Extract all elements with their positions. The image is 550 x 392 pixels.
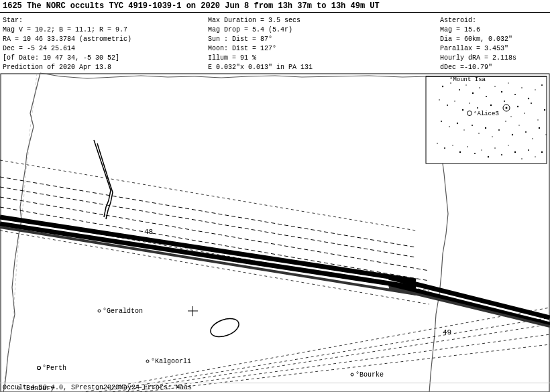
svg-point-58: [531, 103, 532, 104]
moon-dist: Moon: Dist = 127°: [208, 44, 313, 54]
svg-point-33: [465, 84, 466, 85]
svg-point-81: [467, 146, 468, 147]
asteroid-parallax: Parallax = 3.453": [440, 44, 547, 54]
svg-point-75: [539, 127, 540, 129]
svg-point-69: [498, 129, 500, 131]
svg-text:°Kalgoorli: °Kalgoorli: [151, 358, 191, 365]
svg-text:°Mount Isa: °Mount Isa: [449, 76, 486, 83]
svg-point-86: [501, 154, 502, 155]
svg-text:°Perth: °Perth: [42, 365, 66, 372]
asteroid-hourly-ra: Hourly dRA = 2.118s: [440, 54, 547, 63]
svg-text:°Bourke: °Bourke: [355, 371, 384, 379]
svg-point-52: [490, 105, 492, 106]
right-info-panel: Asteroid: Mag = 15.6 Dia = 60km, 0.032" …: [440, 16, 547, 72]
svg-point-32: [459, 89, 460, 90]
svg-point-82: [474, 153, 476, 154]
svg-point-66: [478, 133, 480, 134]
svg-text:°Geraldton: °Geraldton: [103, 308, 143, 315]
ellipse-info: E 0.032"x 0.013" in PA 131: [208, 63, 313, 72]
svg-point-74: [532, 138, 533, 139]
star-label: Star:: [3, 16, 131, 25]
svg-point-80: [459, 151, 461, 153]
svg-point-79: [452, 145, 453, 145]
svg-point-83: [481, 149, 482, 150]
mag-drop: Mag Drop = 5.4 (5.4r): [208, 25, 313, 35]
svg-point-89: [521, 158, 522, 159]
svg-point-44: [541, 84, 543, 86]
asteroid-dia: Dia = 60km, 0.032": [440, 35, 547, 44]
svg-point-50: [477, 107, 478, 109]
illum: Illum = 91 %: [208, 54, 313, 63]
svg-point-48: [462, 109, 463, 111]
svg-point-67: [485, 127, 486, 129]
center-info-panel: Max Duration = 3.5 secs Mag Drop = 5.4 (…: [208, 16, 313, 72]
svg-point-78: [444, 147, 445, 149]
svg-point-40: [514, 94, 516, 95]
svg-point-92: [541, 151, 543, 153]
footer-text: Occult 4.10.4.0, SPreston2020May24 Error…: [3, 384, 192, 391]
svg-point-47: [454, 101, 455, 101]
asteroid-label: Asteroid:: [440, 16, 547, 25]
svg-point-57: [524, 113, 525, 114]
svg-point-97: [506, 107, 508, 109]
svg-point-72: [518, 125, 519, 125]
svg-point-70: [505, 121, 506, 122]
svg-point-59: [537, 119, 538, 120]
svg-point-54: [504, 101, 505, 102]
svg-point-73: [525, 131, 527, 133]
svg-point-35: [479, 87, 480, 88]
svg-point-34: [472, 92, 474, 94]
svg-point-62: [449, 126, 450, 127]
header-title: 1625 The NORC occults TYC 4919-1039-1 on…: [3, 1, 380, 11]
svg-point-85: [494, 147, 496, 149]
page-header: 1625 The NORC occults TYC 4919-1039-1 on…: [0, 0, 550, 13]
svg-point-88: [514, 151, 516, 153]
svg-point-87: [508, 145, 508, 145]
svg-point-64: [463, 129, 464, 130]
svg-point-39: [508, 82, 508, 83]
svg-point-63: [457, 123, 458, 124]
svg-point-68: [492, 136, 492, 137]
svg-point-77: [437, 143, 438, 144]
svg-point-65: [472, 125, 473, 126]
svg-point-46: [447, 105, 448, 106]
svg-point-84: [488, 156, 489, 157]
sun-dist: Sun : Dist = 87°: [208, 35, 313, 44]
svg-point-55: [510, 116, 511, 117]
star-mag: Mag V = 10.2; B = 11.1; R = 9.7: [3, 25, 131, 35]
svg-point-90: [528, 149, 529, 151]
svg-text:48: 48: [144, 228, 153, 236]
star-dec: Dec = -5 24 25.614: [3, 44, 131, 54]
svg-point-60: [544, 109, 545, 111]
star-ra: RA = 10 46 33.3784 (astrometric): [3, 35, 131, 44]
svg-point-37: [494, 86, 496, 87]
svg-point-49: [469, 103, 470, 104]
star-of-date: [of Date: 10 47 34, -5 30 52]: [3, 54, 131, 63]
svg-point-91: [535, 156, 535, 157]
svg-point-61: [441, 121, 442, 122]
svg-point-30: [442, 86, 443, 87]
main-map: 48 49 °Geraldton °Perth °Bunbury °Kalgoo…: [0, 72, 550, 392]
svg-point-43: [535, 89, 535, 90]
svg-point-45: [439, 99, 440, 101]
svg-point-38: [501, 91, 502, 92]
svg-point-41: [521, 87, 522, 88]
svg-point-56: [517, 106, 518, 107]
max-duration: Max Duration = 3.5 secs: [208, 16, 313, 25]
svg-text:49: 49: [443, 328, 451, 336]
svg-point-76: [545, 134, 546, 135]
svg-point-36: [486, 96, 487, 97]
asteroid-mag: Mag = 15.6: [440, 25, 547, 35]
svg-point-71: [512, 134, 513, 135]
svg-text:°AliceS: °AliceS: [474, 111, 499, 117]
left-info-panel: Star: Mag V = 10.2; B = 11.1; R = 9.7 RA…: [3, 16, 131, 72]
footer: Occult 4.10.4.0, SPreston2020May24 Error…: [0, 383, 550, 392]
asteroid-ddec: dDec =-10.79": [440, 63, 547, 72]
prediction: Prediction of 2020 Apr 13.8: [3, 63, 131, 72]
svg-point-42: [528, 98, 529, 99]
